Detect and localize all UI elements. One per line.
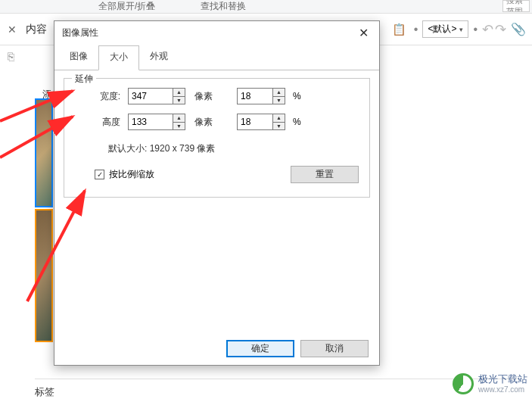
watermark-url: www.xz7.com	[478, 385, 527, 394]
spin-up-icon[interactable]: ▲	[273, 89, 285, 97]
dot2: •	[473, 23, 478, 36]
chevron-down-icon: ▾	[459, 26, 463, 33]
unit-pct: %	[293, 91, 301, 101]
spin-up-icon[interactable]: ▲	[273, 114, 285, 123]
bg-toolbar: 全部展开/折叠 查找和替换	[0, 0, 532, 14]
spin-down-icon[interactable]: ▼	[273, 123, 285, 130]
spin-down-icon[interactable]: ▼	[273, 97, 285, 104]
height-px-input[interactable]	[129, 114, 173, 129]
scale-proportionally-checkbox[interactable]: ✓ 按比例缩放	[95, 168, 154, 181]
height-pct-spinner[interactable]: ▲▼	[237, 114, 285, 130]
paste-icon[interactable]: 📋	[392, 23, 406, 36]
unit-px: 像素	[194, 90, 213, 103]
tab-size[interactable]: 大小	[98, 45, 139, 70]
watermark-logo-icon	[453, 373, 474, 394]
default-size-text: 默认大小: 1920 x 739 像素	[75, 142, 359, 155]
ok-button[interactable]: 确定	[226, 340, 294, 357]
default-select-label: <默认>	[428, 23, 456, 36]
width-label: 宽度:	[75, 90, 120, 103]
spin-down-icon[interactable]: ▼	[173, 123, 185, 130]
spin-down-icon[interactable]: ▼	[173, 97, 185, 104]
dialog-titlebar: 图像属性 ✕	[54, 21, 379, 44]
height-px-spinner[interactable]: ▲▼	[128, 114, 185, 130]
spin-up-icon[interactable]: ▲	[173, 89, 185, 97]
stretch-fieldset: 延伸 宽度: ▲▼ 像素 ▲▼ % 高度 ▲▼	[64, 78, 370, 198]
spin-up-icon[interactable]: ▲	[173, 114, 185, 123]
checkbox-icon: ✓	[95, 170, 104, 179]
image-thumbnails	[35, 98, 53, 344]
width-px-spinner[interactable]: ▲▼	[128, 88, 185, 104]
width-pct-spinner[interactable]: ▲▼	[237, 88, 285, 104]
default-select[interactable]: <默认> ▾	[422, 20, 468, 38]
dialog-title: 图像属性	[62, 26, 98, 39]
image-thumb-2[interactable]	[35, 209, 53, 342]
width-pct-input[interactable]	[238, 89, 272, 104]
dialog-tabs: 图像 大小 外观	[54, 44, 379, 70]
cancel-button[interactable]: 取消	[300, 340, 369, 357]
dot: •	[414, 23, 418, 36]
image-thumb-1[interactable]	[35, 98, 53, 207]
search-box[interactable]: 搜索范围	[502, 0, 530, 12]
toolbar-findreplace[interactable]: 查找和替换	[201, 0, 246, 13]
fieldset-legend: 延伸	[72, 73, 96, 86]
width-px-input[interactable]	[129, 89, 173, 104]
attachment-icon[interactable]: 📎	[511, 22, 526, 36]
height-label: 高度	[75, 116, 120, 129]
toolbar-expand[interactable]: 全部展开/折叠	[98, 0, 155, 13]
tab-image[interactable]: 图像	[59, 45, 98, 70]
close-icon[interactable]: ✕	[356, 26, 372, 40]
content-tab-label[interactable]: 内容	[26, 23, 47, 36]
copy-icon[interactable]: ⎘	[8, 50, 14, 63]
close-icon[interactable]: ✕	[8, 23, 17, 36]
dialog-footer: 确定 取消	[54, 332, 379, 365]
watermark-name: 极光下载站	[478, 374, 527, 385]
bottom-tag-label: 标签	[35, 379, 519, 399]
tab-appearance[interactable]: 外观	[139, 45, 179, 70]
watermark: 极光下载站 www.xz7.com	[453, 373, 527, 394]
height-pct-input[interactable]	[238, 114, 272, 129]
scale-label: 按比例缩放	[109, 168, 154, 181]
unit-pct: %	[293, 117, 301, 127]
undo-icon[interactable]: ↶	[482, 21, 493, 38]
image-properties-dialog: 图像属性 ✕ 图像 大小 外观 延伸 宽度: ▲▼ 像素 ▲▼ %	[54, 20, 380, 366]
unit-px: 像素	[194, 116, 213, 129]
redo-icon[interactable]: ↷	[495, 21, 506, 38]
reset-button[interactable]: 重置	[291, 166, 359, 183]
